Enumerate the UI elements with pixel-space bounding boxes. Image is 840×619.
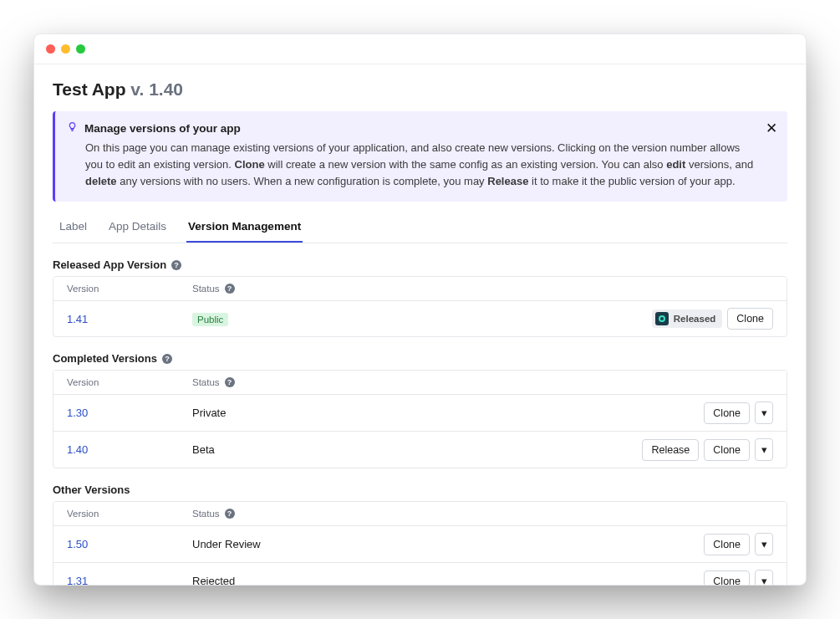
table-header: Version Status ? [53,502,787,526]
help-icon[interactable]: ? [162,354,172,364]
banner-text: versions, and [685,158,753,171]
banner-bold: Clone [235,158,265,171]
banner-text: will create a new version with the same … [265,158,667,171]
released-label: Released [674,314,716,324]
col-status: Status [192,284,220,294]
info-banner: ✕ Manage versions of your app On this pa… [53,111,787,202]
table-row: 1.40 Beta Release Clone ▾ [53,431,787,468]
help-icon[interactable]: ? [225,509,235,519]
version-link[interactable]: 1.40 [67,443,192,456]
chevron-down-icon[interactable]: ▾ [755,570,773,585]
chevron-down-icon[interactable]: ▾ [755,402,773,424]
banner-bold: Release [487,175,528,187]
window-titlebar [34,34,806,64]
clone-button[interactable]: Clone [704,570,750,585]
status-badge: Public [192,313,228,326]
current-version: 1.40 [149,79,183,99]
help-icon[interactable]: ? [225,377,235,387]
col-version: Version [67,284,192,294]
clone-button[interactable]: Clone [704,534,750,555]
content-area: Test App v. 1.40 ✕ Manage versions of yo… [34,64,806,585]
released-table: Version Status ? 1.41 Public Released [53,276,787,337]
table-row: 1.30 Private Clone ▾ [53,395,787,431]
app-window: Test App v. 1.40 ✕ Manage versions of yo… [33,33,807,586]
table-header: Version Status ? [53,371,787,395]
section-other: Other Versions Version Status ? 1.50 Und… [53,483,787,585]
section-released: Released App Version ? Version Status ? … [53,258,787,337]
other-table: Version Status ? 1.50 Under Review Clone… [53,501,787,585]
version-prefix: v. [130,79,144,99]
section-completed: Completed Versions ? Version Status ? 1.… [53,352,787,468]
table-header: Version Status ? [53,277,787,301]
chevron-down-icon[interactable]: ▾ [755,533,773,555]
banner-text: it to make it the public version of your… [528,175,735,187]
window-close-icon[interactable] [46,44,55,54]
banner-title-text: Manage versions of your app [84,122,241,135]
banner-text: any versions with no users. When a new c… [117,175,488,187]
help-icon[interactable]: ? [225,284,235,294]
col-status: Status [192,509,220,519]
completed-table: Version Status ? 1.30 Private Clone ▾ [53,370,787,468]
clone-button[interactable]: Clone [704,402,750,424]
release-button[interactable]: Release [642,439,699,461]
banner-bold: delete [85,175,117,187]
released-pill: Released [652,310,723,328]
lightbulb-icon [67,121,78,135]
version-link[interactable]: 1.50 [67,538,192,550]
table-row: 1.50 Under Review Clone ▾ [53,526,787,562]
clone-button[interactable]: Clone [704,439,750,461]
col-version: Version [67,377,192,387]
status-text: Beta [192,443,556,456]
help-icon[interactable]: ? [171,260,181,270]
info-banner-title: Manage versions of your app [67,121,754,135]
tab-app-details[interactable]: App Details [107,213,168,243]
tab-label[interactable]: Label [58,213,89,243]
section-other-title: Other Versions [53,483,787,496]
section-title-text: Other Versions [53,483,130,496]
released-icon [655,312,669,325]
close-icon[interactable]: ✕ [766,120,777,137]
section-title-text: Completed Versions [53,352,157,365]
tabs: Label App Details Version Management [53,213,787,243]
section-completed-title: Completed Versions ? [53,352,787,365]
table-row: 1.31 Rejected Clone ▾ [53,562,787,585]
app-name: Test App [53,79,126,99]
status-text: Private [192,407,556,419]
status-text: Under Review [192,538,556,550]
window-minimize-icon[interactable] [61,44,70,54]
banner-bold: edit [666,158,685,171]
window-zoom-icon[interactable] [76,44,85,54]
banner-body: On this page you can manage existing ver… [67,140,754,190]
clone-button[interactable]: Clone [727,308,773,330]
version-link[interactable]: 1.41 [67,313,192,325]
section-title-text: Released App Version [53,258,166,271]
page-title: Test App v. 1.40 [53,79,787,100]
table-row: 1.41 Public Released Clone [53,301,787,336]
tab-version-management[interactable]: Version Management [186,213,303,243]
col-status: Status [192,377,220,387]
chevron-down-icon[interactable]: ▾ [755,438,773,461]
section-released-title: Released App Version ? [53,258,787,271]
status-text: Rejected [192,575,556,585]
col-version: Version [67,509,192,519]
version-link[interactable]: 1.30 [67,407,192,419]
version-link[interactable]: 1.31 [67,575,192,585]
